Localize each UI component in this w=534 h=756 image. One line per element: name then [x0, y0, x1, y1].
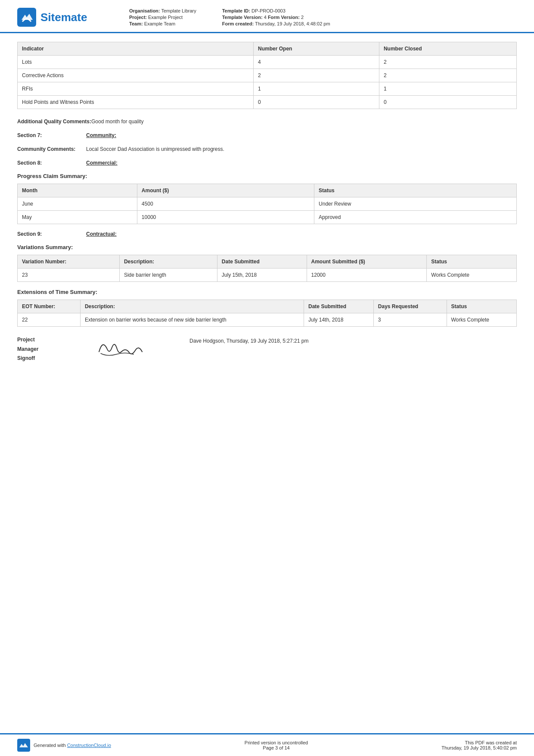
col-number-open: Number Open: [254, 42, 379, 56]
section7-label: Section 7:: [17, 132, 86, 138]
var-col-status: Status: [427, 255, 517, 269]
month-cell: May: [18, 211, 137, 224]
section9-title: Contractual:: [86, 231, 117, 237]
footer-uncontrolled: Printed version is uncontrolled: [245, 740, 308, 745]
open-cell: 4: [254, 56, 379, 69]
footer-pdf-label: This PDF was created at: [441, 740, 517, 745]
signoff-label: Project Manager Signoff: [17, 335, 69, 363]
closed-cell: 2: [379, 56, 516, 69]
pc-col-amount: Amount ($): [137, 184, 314, 197]
footer-center: Printed version is uncontrolled Page 3 o…: [245, 740, 308, 750]
open-cell: 2: [254, 69, 379, 82]
logo-text: Sitemate: [40, 11, 87, 24]
additional-quality-row: Additional Quality Comments: Good month …: [17, 118, 517, 125]
progress-claim-table: Month Amount ($) Status June 4500 Under …: [17, 184, 517, 224]
eot-status-cell: Works Complete: [447, 313, 517, 327]
section8-title: Commercial:: [86, 160, 118, 166]
table-row: 22 Extension on barrier works because of…: [18, 313, 517, 327]
signoff-row: Project Manager Signoff Dave Hodgson, Th…: [17, 335, 517, 363]
table-row: Lots 4 2: [18, 56, 517, 69]
section8-heading: Section 8: Commercial:: [17, 160, 517, 166]
eot-col-number: EOT Number:: [18, 300, 81, 313]
eot-number-cell: 22: [18, 313, 81, 327]
col-indicator: Indicator: [18, 42, 254, 56]
page-footer: Generated with ConstructionCloud.io Prin…: [0, 733, 534, 756]
open-cell: 0: [254, 96, 379, 109]
signature-svg: [95, 335, 146, 359]
indicator-cell: Hold Points and Witness Points: [18, 96, 254, 109]
eot-desc-cell: Extension on barrier works because of ne…: [80, 313, 304, 327]
section9-label: Section 9:: [17, 231, 86, 237]
table-row: RFIs 1 1: [18, 82, 517, 96]
indicator-cell: Lots: [18, 56, 254, 69]
month-cell: June: [18, 197, 137, 211]
template-id-field: Template ID: DP-PROD-0003: [222, 8, 330, 13]
variations-title: Variations Summary:: [17, 244, 517, 250]
variations-table: Variation Number: Description: Date Subm…: [17, 255, 517, 282]
var-col-number: Variation Number:: [18, 255, 120, 269]
footer-logo: Generated with ConstructionCloud.io: [17, 739, 111, 752]
var-col-description: Description:: [119, 255, 217, 269]
project-field: Project: Example Project: [129, 15, 196, 20]
sitemate-logo-icon: [17, 8, 36, 27]
eot-col-days: Days Requested: [373, 300, 447, 313]
template-version-field: Template Version: 4 Form Version: 2: [222, 15, 330, 20]
col-number-closed: Number Closed: [379, 42, 516, 56]
indicator-cell: RFIs: [18, 82, 254, 96]
eot-days-cell: 3: [373, 313, 447, 327]
section7-title: Community:: [86, 132, 116, 138]
closed-cell: 0: [379, 96, 516, 109]
progress-claim-title: Progress Claim Summary:: [17, 173, 517, 179]
footer-pdf-date: Thursday, 19 July 2018, 5:40:02 pm: [441, 745, 517, 750]
amount-cell: 4500: [137, 197, 314, 211]
footer-logo-icon: [17, 739, 30, 752]
main-content: Indicator Number Open Number Closed Lots…: [0, 33, 534, 398]
section7-heading: Section 7: Community:: [17, 132, 517, 138]
signoff-meta: Dave Hodgson, Thursday, 19 July 2018, 5:…: [189, 335, 308, 344]
community-comments-row: Community Comments: Local Soccer Dad Ass…: [17, 145, 517, 153]
indicator-cell: Corrective Actions: [18, 69, 254, 82]
eot-col-date: Date Submitted: [304, 300, 374, 313]
section9-heading: Section 9: Contractual:: [17, 231, 517, 237]
eot-title: Extensions of Time Summary:: [17, 289, 517, 295]
table-row: June 4500 Under Review: [18, 197, 517, 211]
eot-col-status: Status: [447, 300, 517, 313]
page-header: Sitemate Organisation: Template Library …: [0, 0, 534, 33]
table-row: Hold Points and Witness Points 0 0: [18, 96, 517, 109]
table-row: 23 Side barrier length July 15th, 2018 1…: [18, 269, 517, 282]
footer-page-number: Page 3 of 14: [245, 745, 308, 750]
team-field: Team: Example Team: [129, 21, 196, 26]
eot-col-description: Description:: [80, 300, 304, 313]
header-meta: Organisation: Template Library Project: …: [129, 8, 517, 26]
var-status-cell: Works Complete: [427, 269, 517, 282]
var-desc-cell: Side barrier length: [119, 269, 217, 282]
closed-cell: 1: [379, 82, 516, 96]
footer-link[interactable]: ConstructionCloud.io: [67, 743, 111, 748]
community-comments-label: Community Comments:: [17, 145, 86, 153]
signature-image: [95, 335, 164, 360]
eot-date-cell: July 14th, 2018: [304, 313, 374, 327]
header-meta-left: Organisation: Template Library Project: …: [129, 8, 196, 26]
var-number-cell: 23: [18, 269, 120, 282]
svg-rect-1: [17, 739, 30, 752]
logo-area: Sitemate: [17, 8, 129, 27]
var-date-cell: July 15th, 2018: [217, 269, 307, 282]
additional-quality-value: Good month for quality: [91, 118, 143, 125]
status-cell: Approved: [314, 211, 517, 224]
form-created-field: Form created: Thursday, 19 July 2018, 4:…: [222, 21, 330, 26]
footer-right: This PDF was created at Thursday, 19 Jul…: [441, 740, 517, 750]
table-row: Corrective Actions 2 2: [18, 69, 517, 82]
indicator-summary-table: Indicator Number Open Number Closed Lots…: [17, 42, 517, 109]
var-col-amount: Amount Submitted ($): [307, 255, 427, 269]
pc-col-status: Status: [314, 184, 517, 197]
additional-quality-label: Additional Quality Comments:: [17, 118, 91, 125]
community-comments-value: Local Soccer Dad Association is unimpres…: [86, 145, 224, 153]
status-cell: Under Review: [314, 197, 517, 211]
header-meta-right: Template ID: DP-PROD-0003 Template Versi…: [222, 8, 330, 26]
pc-col-month: Month: [18, 184, 137, 197]
open-cell: 1: [254, 82, 379, 96]
footer-generated-text: Generated with ConstructionCloud.io: [34, 743, 111, 748]
table-row: May 10000 Approved: [18, 211, 517, 224]
var-amount-cell: 12000: [307, 269, 427, 282]
var-col-date: Date Submitted: [217, 255, 307, 269]
